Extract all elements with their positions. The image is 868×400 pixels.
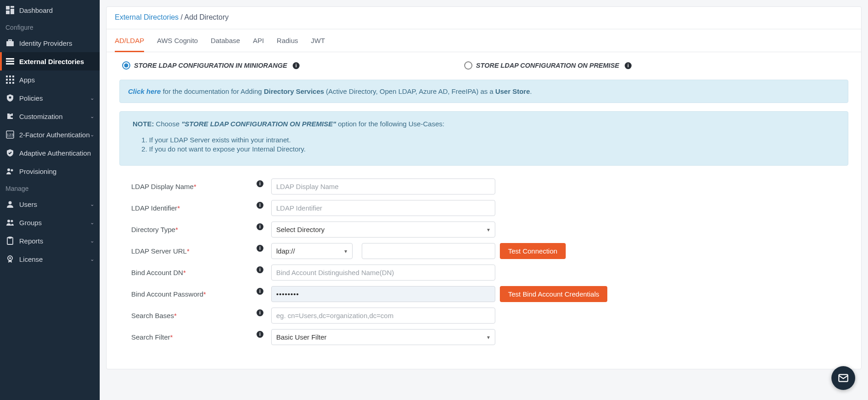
svg-text:123: 123 xyxy=(6,133,13,137)
label-search-filter: Search Filter* xyxy=(131,333,250,341)
clipboard-icon xyxy=(5,236,15,245)
chevron-down-icon: ⌄ xyxy=(90,220,94,226)
sidebar-item-label: 2-Factor Authentication xyxy=(19,131,90,139)
sidebar-item-policies[interactable]: Policies ⌄ xyxy=(0,89,100,107)
tab-api[interactable]: API xyxy=(253,29,264,52)
info-icon[interactable]: i xyxy=(625,62,632,69)
puzzle-icon xyxy=(5,112,15,121)
documentation-alert: Click here for the documentation for Add… xyxy=(119,80,848,103)
briefcase-icon xyxy=(5,38,15,48)
info-icon[interactable]: i xyxy=(257,202,263,209)
sidebar-item-label: Reports xyxy=(19,237,43,245)
alert-strong: Directory Services xyxy=(264,87,324,95)
info-icon[interactable]: i xyxy=(257,266,263,273)
svg-rect-7 xyxy=(6,61,14,62)
note-emphasis: "STORE LDAP CONFIGURATION ON PREMISE" xyxy=(182,120,336,128)
svg-rect-16 xyxy=(9,82,11,84)
input-search-bases[interactable] xyxy=(271,308,495,324)
note-list: If your LDAP Server exists within your i… xyxy=(133,136,835,153)
chat-icon xyxy=(837,372,849,384)
svg-rect-14 xyxy=(12,79,14,81)
tab-aws-cognito[interactable]: AWS Cognito xyxy=(157,29,198,52)
svg-rect-5 xyxy=(9,40,11,41)
sidebar-item-label: Customization xyxy=(19,113,63,120)
svg-point-31 xyxy=(124,64,129,68)
svg-rect-8 xyxy=(6,63,14,65)
click-here-link[interactable]: Click here xyxy=(128,87,161,95)
tab-radius[interactable]: Radius xyxy=(277,29,298,52)
input-identifier[interactable] xyxy=(271,200,495,216)
sidebar-item-apps[interactable]: Apps xyxy=(0,70,100,89)
radio-unchecked-icon xyxy=(464,61,472,70)
sidebar-item-label: Provisioning xyxy=(19,168,57,175)
page-card: External Directories / Add Directory AD/… xyxy=(106,6,862,369)
info-icon[interactable]: i xyxy=(257,331,263,338)
row-server-url: LDAP Server URL* i ldap:// Test Connecti… xyxy=(119,243,848,259)
note-item: If your LDAP Server exists within your i… xyxy=(149,136,835,144)
sidebar-item-label: Adaptive Authentication xyxy=(19,149,91,157)
svg-point-29 xyxy=(9,257,11,259)
config-location-radio-group: STORE LDAP CONFIGURATION IN MINIORANGE i… xyxy=(119,61,848,70)
svg-rect-15 xyxy=(6,82,8,84)
input-server-url[interactable] xyxy=(362,243,495,259)
info-icon[interactable]: i xyxy=(257,180,263,187)
sidebar-item-identity-providers[interactable]: Identity Providers xyxy=(0,34,100,52)
sidebar-item-label: Groups xyxy=(19,219,42,227)
users-gear-icon xyxy=(5,167,15,176)
select-directory-type[interactable]: Select Directory xyxy=(271,222,495,238)
main-content: External Directories / Add Directory AD/… xyxy=(100,0,868,400)
info-icon[interactable]: i xyxy=(257,288,263,295)
input-bind-dn[interactable] xyxy=(271,265,495,281)
select-search-filter[interactable]: Basic User Filter xyxy=(271,329,495,345)
test-connection-button[interactable]: Test Connection xyxy=(500,243,566,259)
chevron-down-icon: ⌄ xyxy=(90,201,94,207)
radio-miniorange[interactable]: STORE LDAP CONFIGURATION IN MINIORANGE i xyxy=(122,61,300,70)
note-text: option for the following Use-Cases: xyxy=(336,120,445,128)
breadcrumb-link[interactable]: External Directories xyxy=(115,13,179,21)
sidebar-item-external-directories[interactable]: External Directories xyxy=(0,52,100,70)
alert-text: . xyxy=(530,87,532,95)
sidebar-item-groups[interactable]: Groups ⌄ xyxy=(0,213,100,232)
input-display-name[interactable] xyxy=(271,178,495,195)
info-icon[interactable]: i xyxy=(293,62,300,69)
info-icon[interactable]: i xyxy=(257,245,263,252)
info-icon[interactable]: i xyxy=(257,223,263,230)
test-bind-button[interactable]: Test Bind Account Credentials xyxy=(500,286,607,302)
tab-ad-ldap[interactable]: AD/LDAP xyxy=(115,29,144,52)
svg-rect-0 xyxy=(6,6,10,10)
sidebar-item-license[interactable]: License ⌄ xyxy=(0,250,100,268)
svg-rect-17 xyxy=(12,82,14,84)
row-display-name: LDAP Display Name* i xyxy=(119,178,848,195)
label-directory-type: Directory Type* xyxy=(131,226,250,233)
radio-on-premise[interactable]: STORE LDAP CONFIGURATION ON PREMISE i xyxy=(464,61,632,70)
chevron-down-icon: ⌄ xyxy=(90,114,94,119)
label-bind-dn: Bind Account DN* xyxy=(131,269,250,276)
tab-content: STORE LDAP CONFIGURATION IN MINIORANGE i… xyxy=(107,52,861,369)
tabs: AD/LDAP AWS Cognito Database API Radius … xyxy=(107,29,861,52)
note-title: NOTE: xyxy=(133,120,154,128)
svg-point-25 xyxy=(11,220,13,222)
sidebar-item-customization[interactable]: Customization ⌄ xyxy=(0,107,100,125)
sidebar-item-adaptive-auth[interactable]: Adaptive Authentication xyxy=(0,144,100,162)
sidebar-item-dashboard[interactable]: Dashboard xyxy=(0,1,100,19)
sidebar-item-2fa[interactable]: 123 2-Factor Authentication ⌄ xyxy=(0,125,100,144)
info-icon[interactable]: i xyxy=(257,309,263,316)
label-search-bases: Search Bases* xyxy=(131,312,250,319)
tab-database[interactable]: Database xyxy=(211,29,240,52)
label-server-url: LDAP Server URL* xyxy=(131,247,250,255)
tab-jwt[interactable]: JWT xyxy=(311,29,325,52)
sidebar-item-provisioning[interactable]: Provisioning xyxy=(0,162,100,180)
radio-checked-icon xyxy=(122,61,130,70)
sidebar-item-users[interactable]: Users ⌄ xyxy=(0,195,100,213)
people-icon xyxy=(5,218,15,227)
label-display-name: LDAP Display Name* xyxy=(131,183,250,190)
select-protocol[interactable]: ldap:// xyxy=(271,243,353,259)
svg-rect-1 xyxy=(11,6,14,8)
svg-rect-3 xyxy=(6,11,10,14)
input-bind-password[interactable] xyxy=(271,286,495,302)
sidebar-item-reports[interactable]: Reports ⌄ xyxy=(0,232,100,250)
keypad-icon: 123 xyxy=(5,130,15,139)
svg-rect-6 xyxy=(6,58,14,59)
note-box: NOTE: Choose "STORE LDAP CONFIGURATION O… xyxy=(119,111,848,166)
chat-fab-button[interactable] xyxy=(831,366,855,390)
